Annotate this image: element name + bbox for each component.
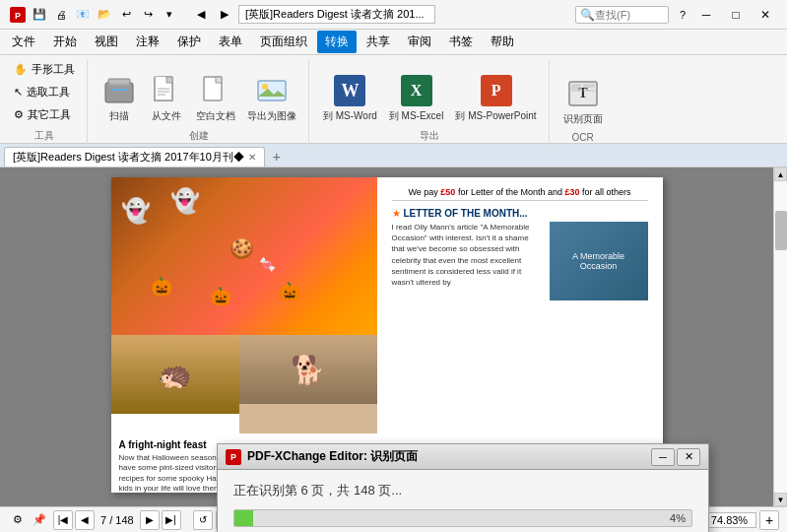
help-btn[interactable]: ? (673, 5, 692, 25)
menu-help[interactable]: 帮助 (483, 31, 522, 53)
maximize-btn[interactable]: □ (722, 5, 750, 25)
to-excel-btn[interactable]: X 到 MS-Excel (385, 70, 448, 125)
letter-header: We pay £50 for Letter of the Month and £… (392, 187, 648, 201)
blank-doc-label: 空白文档 (196, 110, 235, 122)
dialog-minimize-btn[interactable]: ─ (651, 448, 675, 466)
ocr-group-items: T 识别页面 (559, 59, 607, 132)
doc-tab-main[interactable]: [英版]Readers Digest 读者文摘 2017年10月刊◆ ✕ (4, 147, 265, 166)
email-btn[interactable]: 📧 (73, 5, 93, 25)
ribbon-content: ✋ 手形工具 ↖ 选取工具 ⚙ 其它工具 工具 (0, 55, 787, 145)
svg-point-14 (262, 84, 268, 90)
search-box[interactable]: 🔍 (575, 6, 669, 24)
scroll-track[interactable] (774, 181, 787, 493)
svg-rect-13 (258, 81, 286, 100)
close-btn[interactable]: ✕ (752, 5, 779, 25)
last-page-btn[interactable]: ▶| (162, 510, 181, 530)
cookie-icon: 🍪 (230, 236, 254, 260)
menu-bar: 文件 开始 视图 注释 保护 表单 页面组织 转换 共享 审阅 书签 帮助 (0, 30, 787, 55)
svg-rect-19 (583, 84, 595, 88)
create-group-items: 扫描 从文件 (98, 59, 300, 129)
tools-icon: ⚙ (14, 108, 24, 121)
title-bar: P 💾 🖨 📧 📂 ↩ ↪ ▾ ◀ ▶ [英版]Readers Digest 读… (0, 0, 787, 30)
menu-file[interactable]: 文件 (4, 31, 43, 53)
page-info: 7 / 148 (100, 514, 134, 526)
minimize-btn[interactable]: ─ (692, 5, 720, 25)
animal-images: 🦔 🐕 (111, 335, 377, 433)
search-input[interactable] (595, 9, 664, 21)
svg-text:P: P (15, 11, 21, 21)
memorable-image: A Memorable Occasion (550, 222, 648, 300)
menu-page-org[interactable]: 页面组织 (252, 31, 315, 53)
dialog-body: 正在识别第 6 页，共 148 页... 4% 使用光学文本识别(OCR)识别页… (218, 470, 708, 532)
export-group-items: W 到 MS-Word X 到 MS-Excel P 到 MS-PowerPoi… (319, 59, 541, 129)
menu-bookmarks[interactable]: 书签 (441, 31, 481, 53)
zoom-value[interactable]: 74.83% (702, 512, 756, 528)
print-btn[interactable]: 🖨 (51, 5, 71, 25)
menu-form[interactable]: 表单 (211, 31, 250, 53)
next-page-btn[interactable]: ▶ (140, 510, 160, 530)
scroll-thumb[interactable] (775, 211, 787, 250)
status-nav: |◀ ◀ 7 / 148 ▶ ▶| (53, 510, 181, 530)
status-pin-btn[interactable]: 📌 (30, 510, 49, 530)
status-settings-btn[interactable]: ⚙ (8, 510, 28, 530)
svg-rect-3 (108, 79, 130, 85)
svg-rect-4 (111, 89, 127, 91)
tab-label: [英版]Readers Digest 读者文摘 2017年10月刊◆ (13, 150, 244, 165)
dialog-close-btn[interactable]: ✕ (677, 448, 700, 466)
from-file-icon (149, 73, 184, 108)
scan-btn[interactable]: 扫描 (98, 70, 141, 125)
menu-review[interactable]: 审阅 (400, 31, 439, 53)
nav-forward-btn[interactable]: ▶ (215, 5, 234, 25)
app-icon: P (8, 5, 28, 25)
letter-title: LETTER OF THE MONTH... (404, 208, 528, 219)
menu-annotate[interactable]: 注释 (128, 31, 167, 53)
pumpkin3-icon: 🎃 (279, 281, 300, 302)
doc-location-bar: [英版]Readers Digest 读者文摘 201... (238, 5, 435, 24)
tools-group-label: 工具 (34, 129, 54, 145)
search-icon: 🔍 (580, 8, 595, 22)
menu-view[interactable]: 视图 (87, 31, 126, 53)
excel-icon: X (399, 73, 434, 108)
scroll-up-btn[interactable]: ▲ (774, 167, 787, 181)
ocr-icon: T (565, 76, 601, 111)
export-group-label: 导出 (420, 129, 439, 145)
tab-close-btn[interactable]: ✕ (248, 152, 256, 163)
to-excel-label: 到 MS-Excel (389, 110, 444, 122)
menu-convert[interactable]: 转换 (317, 31, 357, 53)
dog-image-area: 🐕 (239, 335, 377, 433)
blank-doc-btn[interactable]: 空白文档 (192, 70, 239, 125)
qa-more-btn[interactable]: ▾ (160, 5, 179, 25)
svg-marker-7 (166, 77, 172, 83)
select-tool-btn[interactable]: ↖ 选取工具 (10, 82, 79, 102)
to-ppt-btn[interactable]: P 到 MS-PowerPoint (451, 70, 540, 125)
from-file-btn[interactable]: 从文件 (145, 70, 188, 125)
other-tools-btn[interactable]: ⚙ 其它工具 (10, 104, 79, 125)
ribbon-group-create: 扫描 从文件 (94, 59, 309, 145)
letter-star: ★ (392, 208, 401, 219)
scroll-down-btn[interactable]: ▼ (774, 493, 787, 506)
nav-back-btn[interactable]: ◀ (191, 5, 211, 25)
ocr-btn[interactable]: T 识别页面 (559, 73, 607, 128)
ribbon-group-export: W 到 MS-Word X 到 MS-Excel P 到 MS-PowerPoi… (315, 59, 550, 145)
save-btn[interactable]: 💾 (30, 5, 49, 25)
letter-content: ★ LETTER OF THE MONTH... A Memorable Occ… (392, 205, 648, 300)
to-word-btn[interactable]: W 到 MS-Word (319, 70, 381, 125)
ribbon: ✋ 手形工具 ↖ 选取工具 ⚙ 其它工具 工具 (0, 55, 787, 144)
svg-rect-20 (583, 90, 595, 92)
letter-text: ★ LETTER OF THE MONTH... A Memorable Occ… (392, 205, 648, 300)
menu-share[interactable]: 共享 (359, 31, 398, 53)
rotate-left-btn[interactable]: ↺ (193, 510, 213, 530)
export-image-btn[interactable]: 导出为图像 (243, 70, 300, 125)
menu-home[interactable]: 开始 (45, 31, 85, 53)
prev-page-btn[interactable]: ◀ (75, 510, 95, 530)
memorable-title: A Memorable Occasion (550, 247, 648, 275)
zoom-in-btn[interactable]: + (759, 510, 779, 530)
menu-protect[interactable]: 保护 (169, 31, 209, 53)
hand-tool-btn[interactable]: ✋ 手形工具 (10, 59, 79, 80)
redo-btn[interactable]: ↪ (138, 5, 158, 25)
first-page-btn[interactable]: |◀ (53, 510, 73, 530)
tab-add-btn[interactable]: + (267, 147, 287, 166)
to-ppt-label: 到 MS-PowerPoint (455, 110, 536, 122)
open-btn[interactable]: 📂 (95, 5, 114, 25)
undo-btn[interactable]: ↩ (116, 5, 136, 25)
